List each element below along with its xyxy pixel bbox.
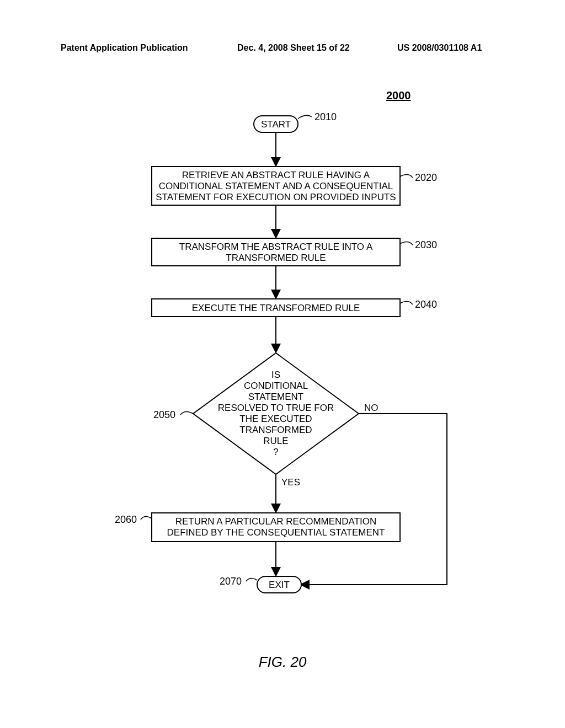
decision-l1: IS bbox=[271, 370, 280, 380]
decision-yes-label: YES bbox=[281, 477, 300, 488]
step3-ref: 2040 bbox=[415, 299, 437, 310]
start-node: START bbox=[254, 116, 298, 132]
step3-line1: EXECUTE THE TRANSFORMED RULE bbox=[192, 303, 360, 313]
page-container: Patent Application Publication Dec. 4, 2… bbox=[0, 0, 565, 728]
start-label: START bbox=[261, 119, 291, 130]
step1-line1: RETRIEVE AN ABSTRACT RULE HAVING A bbox=[182, 170, 370, 180]
step2-line1: TRANSFORM THE ABSTRACT RULE INTO A bbox=[179, 242, 373, 252]
decision-l5: THE EXECUTED bbox=[239, 414, 312, 424]
exit-ref: 2070 bbox=[220, 576, 242, 587]
step2-ref: 2030 bbox=[415, 239, 437, 250]
step1-line3: STATEMENT FOR EXECUTION ON PROVIDED INPU… bbox=[156, 192, 396, 202]
decision-conditional-true: IS CONDITIONAL STATEMENT RESOLVED TO TRU… bbox=[193, 353, 359, 474]
step-retrieve-rule: RETRIEVE AN ABSTRACT RULE HAVING A CONDI… bbox=[152, 167, 400, 205]
step-return-recommendation: RETURN A PARTICULAR RECOMMENDATION DEFIN… bbox=[152, 513, 400, 542]
decision-l6: TRANSFORMED bbox=[239, 425, 312, 435]
decision-l7: RULE bbox=[263, 436, 288, 446]
step2-line2: TRANSFORMED RULE bbox=[226, 253, 326, 263]
figure-caption: FIG. 20 bbox=[0, 654, 565, 671]
start-ref: 2010 bbox=[315, 111, 337, 122]
decision-ref: 2050 bbox=[153, 409, 175, 420]
step4-line1: RETURN A PARTICULAR RECOMMENDATION bbox=[175, 516, 377, 527]
decision-no-label: NO bbox=[364, 403, 379, 413]
step-execute-rule: EXECUTE THE TRANSFORMED RULE bbox=[152, 299, 400, 317]
decision-l2: CONDITIONAL bbox=[244, 381, 308, 391]
step4-line2: DEFINED BY THE CONSEQUENTIAL STATEMENT bbox=[167, 527, 385, 538]
decision-l4: RESOLVED TO TRUE FOR bbox=[218, 403, 334, 413]
step1-line2: CONDITIONAL STATEMENT AND A CONSEQUENTIA… bbox=[159, 181, 393, 191]
decision-l8: ? bbox=[273, 447, 278, 457]
flowchart-svg: START 2010 RETRIEVE AN ABSTRACT RULE HAV… bbox=[0, 0, 565, 728]
exit-label: EXIT bbox=[269, 580, 290, 590]
step-transform-rule: TRANSFORM THE ABSTRACT RULE INTO A TRANS… bbox=[152, 238, 400, 266]
decision-l3: STATEMENT bbox=[248, 392, 303, 402]
step4-ref: 2060 bbox=[115, 514, 137, 525]
step1-ref: 2020 bbox=[415, 172, 437, 183]
exit-node: EXIT bbox=[257, 576, 301, 593]
